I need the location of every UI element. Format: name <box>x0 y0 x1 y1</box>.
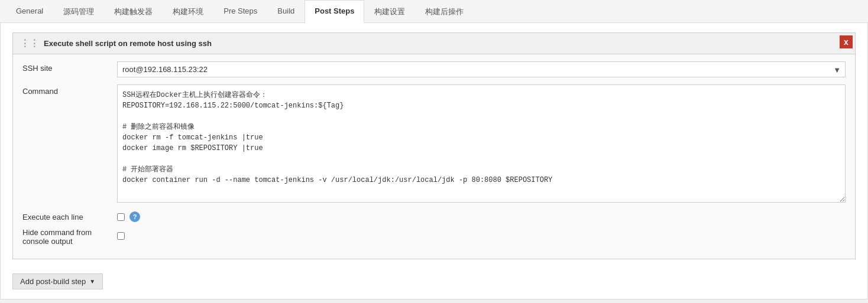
tab-source[interactable]: 源码管理 <box>53 0 104 23</box>
ssh-site-label: SSH site <box>22 61 117 73</box>
tab-post-build[interactable]: 构建后操作 <box>415 0 474 23</box>
tab-env[interactable]: 构建环境 <box>163 0 213 23</box>
tab-pre-steps[interactable]: Pre Steps <box>213 0 267 23</box>
panel-close-button[interactable]: x <box>840 35 853 48</box>
execute-each-line-row: Execute each line ? <box>22 211 846 222</box>
tab-post-steps[interactable]: Post Steps <box>305 0 364 23</box>
panel-title: Execute shell script on remote host usin… <box>44 39 212 48</box>
hide-command-row: Hide command from console output <box>22 228 846 246</box>
tab-build[interactable]: Build <box>267 0 305 23</box>
ssh-site-select[interactable]: root@192.168.115.23:22 <box>117 61 846 77</box>
drag-handle-icon: ⋮⋮ <box>20 38 39 49</box>
hide-command-label: Hide command from console output <box>22 228 117 246</box>
add-step-label: Add post-build step <box>20 277 86 286</box>
add-post-build-step-button[interactable]: Add post-build step ▼ <box>12 273 103 289</box>
execute-each-line-label: Execute each line <box>22 213 117 221</box>
execute-each-line-control: ? <box>117 211 846 222</box>
execute-each-line-checkbox[interactable] <box>117 213 125 221</box>
ssh-panel: ⋮⋮ Execute shell script on remote host u… <box>12 32 856 259</box>
tab-build-settings[interactable]: 构建设置 <box>364 0 415 23</box>
command-row: Command <box>22 84 846 204</box>
ssh-site-row: SSH site root@192.168.115.23:22 ▼ <box>22 61 846 77</box>
execute-each-line-help[interactable]: ? <box>129 211 140 222</box>
tab-bar: General源码管理构建触发器构建环境Pre StepsBuildPost S… <box>0 0 868 23</box>
content-area: ⋮⋮ Execute shell script on remote host u… <box>0 23 868 299</box>
tab-trigger[interactable]: 构建触发器 <box>104 0 163 23</box>
ssh-site-select-wrapper: root@192.168.115.23:22 ▼ <box>117 61 846 77</box>
tab-general[interactable]: General <box>6 0 53 23</box>
hide-command-control <box>117 232 846 242</box>
command-textarea[interactable] <box>117 84 846 203</box>
hide-command-checkbox[interactable] <box>117 232 125 240</box>
caret-icon: ▼ <box>89 278 95 285</box>
command-control <box>117 84 846 204</box>
panel-header: ⋮⋮ Execute shell script on remote host u… <box>13 33 855 54</box>
ssh-site-control: root@192.168.115.23:22 ▼ <box>117 61 846 77</box>
command-label: Command <box>22 84 117 96</box>
